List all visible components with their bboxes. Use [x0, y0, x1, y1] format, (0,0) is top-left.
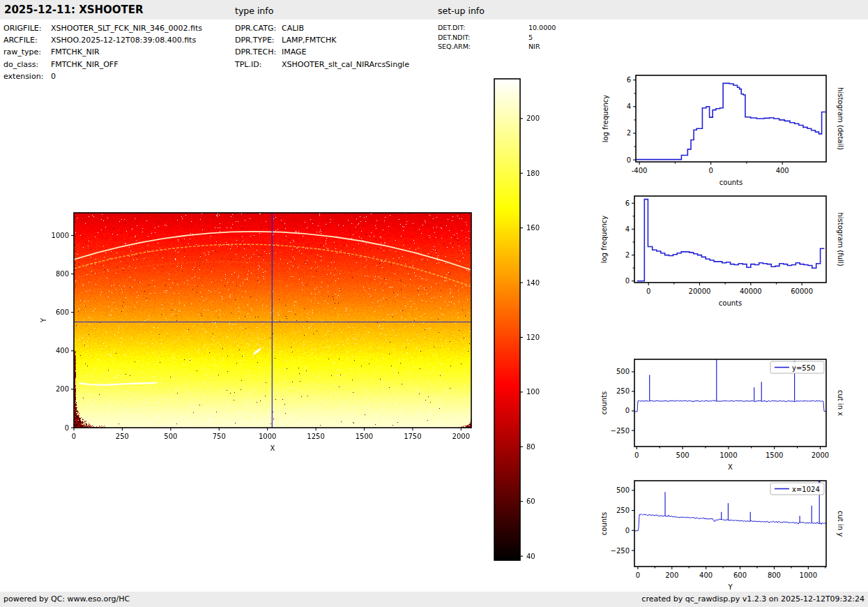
svg-text:Y: Y — [40, 317, 47, 323]
svg-text:400: 400 — [776, 167, 789, 174]
page-title: 2025-12-11: XSHOOTER — [4, 3, 144, 16]
svg-text:−250: −250 — [611, 547, 630, 555]
svg-text:100: 100 — [526, 388, 540, 396]
svg-text:400: 400 — [699, 571, 713, 579]
svg-text:500: 500 — [616, 486, 630, 494]
svg-text:800: 800 — [56, 270, 69, 278]
meta-value: CALIB — [282, 24, 304, 33]
meta-label: DPR.CATG: — [235, 22, 282, 34]
svg-text:2000: 2000 — [812, 451, 829, 459]
svg-text:20000: 20000 — [689, 287, 711, 295]
svg-text:counts: counts — [600, 512, 608, 535]
cut-in-y-chart: 02004006008001000−2500250500Ycountscut i… — [584, 471, 858, 600]
svg-text:120: 120 — [526, 334, 540, 341]
meta-value: FMTCHK_NIR_OFF — [51, 60, 119, 69]
meta-label: ARCFILE: — [3, 34, 51, 46]
meta-label: DET.DIT: — [438, 23, 528, 33]
svg-text:1000: 1000 — [259, 433, 276, 440]
svg-text:40000: 40000 — [740, 287, 762, 295]
svg-text:X: X — [271, 444, 275, 452]
file-info-block: ORIGFILE:XSHOOTER_SLT_FCK_NIR_346_0002.f… — [3, 22, 202, 82]
svg-text:500: 500 — [164, 433, 177, 440]
meta-value: LAMP,FMTCHK — [282, 36, 337, 45]
footer-powered-by: powered by QC: www.eso.org/HC — [3, 594, 130, 604]
svg-text:4: 4 — [625, 225, 630, 233]
svg-text:0: 0 — [625, 407, 630, 414]
meta-value: XSHOO.2025-12-12T08:39:08.400.fits — [51, 36, 196, 45]
svg-text:counts: counts — [719, 179, 743, 186]
svg-text:counts: counts — [600, 391, 608, 414]
svg-text:1000: 1000 — [800, 571, 817, 579]
meta-value: NIR — [528, 43, 540, 50]
svg-text:0: 0 — [65, 424, 69, 432]
meta-label: DPR.TYPE: — [235, 34, 282, 46]
header-bar: 2025-12-11: XSHOOTER type info set-up in… — [0, 0, 868, 20]
svg-text:−250: −250 — [611, 427, 630, 435]
svg-text:250: 250 — [616, 387, 630, 395]
setup-info-block: DET.DIT:10.0000DET.NDIT:5SEQ.ARM:NIR — [438, 23, 556, 52]
svg-text:60000: 60000 — [791, 287, 813, 295]
meta-value: FMTCHK_NIR — [51, 47, 100, 57]
meta-label: raw_type: — [3, 46, 51, 58]
svg-text:cut in y: cut in y — [837, 511, 844, 537]
svg-text:0: 0 — [634, 451, 639, 459]
svg-text:200: 200 — [526, 114, 540, 122]
meta-label: DPR.TECH: — [235, 46, 282, 58]
detector-image-axes: 0250500750100012501500175020000200400600… — [24, 203, 503, 461]
histogram-detail-chart: -40004000246countslog frequencyhistogram… — [586, 66, 858, 195]
svg-text:500: 500 — [676, 451, 690, 459]
svg-text:600: 600 — [733, 571, 747, 579]
svg-text:500: 500 — [616, 368, 630, 375]
svg-text:counts: counts — [719, 299, 742, 307]
svg-text:0: 0 — [627, 156, 631, 164]
svg-text:histogram (detail): histogram (detail) — [837, 87, 844, 150]
svg-text:histogram (full): histogram (full) — [837, 212, 844, 266]
meta-value: XSHOOTER_SLT_FCK_NIR_346_0002.fits — [51, 24, 202, 33]
svg-text:Y: Y — [727, 583, 733, 591]
svg-text:60: 60 — [526, 497, 535, 505]
svg-text:2: 2 — [627, 129, 631, 137]
type-info-block: DPR.CATG:CALIBDPR.TYPE:LAMP,FMTCHKDPR.TE… — [235, 22, 409, 70]
svg-text:4: 4 — [627, 103, 631, 110]
svg-text:1000: 1000 — [719, 451, 737, 459]
svg-text:x=1024: x=1024 — [792, 486, 820, 493]
svg-text:250: 250 — [616, 507, 630, 514]
svg-text:X: X — [728, 463, 733, 471]
qc-report-page: 2025-12-11: XSHOOTER type info set-up in… — [0, 0, 868, 607]
footer-created-by: created by qc_rawdisp.py v1.2.3 on 2025-… — [641, 594, 865, 604]
svg-text:0: 0 — [708, 167, 713, 174]
svg-text:log frequency: log frequency — [602, 95, 609, 143]
svg-text:200: 200 — [665, 571, 678, 579]
svg-text:1250: 1250 — [307, 433, 324, 440]
meta-value: 10.0000 — [528, 24, 556, 31]
svg-text:40: 40 — [526, 553, 535, 560]
svg-text:200: 200 — [56, 385, 69, 393]
type-info-heading: type info — [235, 6, 273, 16]
svg-text:1500: 1500 — [356, 433, 373, 440]
svg-text:6: 6 — [625, 200, 630, 207]
svg-text:600: 600 — [56, 308, 69, 316]
svg-text:80: 80 — [526, 443, 535, 451]
svg-text:1500: 1500 — [766, 451, 783, 459]
svg-text:y=550: y=550 — [792, 364, 815, 372]
svg-text:1000: 1000 — [52, 232, 69, 239]
svg-text:400: 400 — [56, 347, 69, 354]
svg-text:250: 250 — [116, 433, 129, 440]
meta-value: 0 — [51, 72, 56, 81]
meta-label: TPL.ID: — [235, 59, 282, 70]
svg-text:-400: -400 — [632, 167, 648, 174]
svg-text:0: 0 — [625, 527, 630, 534]
svg-text:750: 750 — [213, 433, 226, 440]
svg-text:800: 800 — [768, 571, 781, 579]
svg-text:2: 2 — [625, 251, 630, 259]
meta-value: XSHOOTER_slt_cal_NIRArcsSingle — [282, 60, 409, 69]
meta-label: SEQ.ARM: — [438, 42, 528, 52]
svg-text:1750: 1750 — [404, 433, 421, 440]
cut-in-x-chart: 0500100015002000−2500250500Xcountscut in… — [584, 350, 858, 480]
svg-text:0: 0 — [625, 277, 630, 285]
svg-text:180: 180 — [526, 170, 540, 177]
setup-info-heading: set-up info — [438, 6, 485, 16]
svg-text:cut in x: cut in x — [837, 390, 844, 416]
svg-text:160: 160 — [526, 224, 540, 232]
svg-text:0: 0 — [636, 571, 640, 579]
